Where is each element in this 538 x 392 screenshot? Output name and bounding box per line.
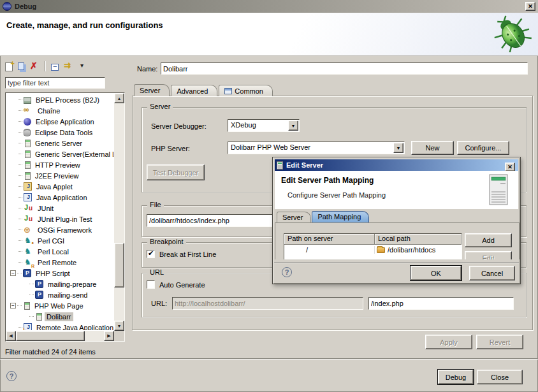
filter-input[interactable] xyxy=(5,77,105,89)
expander-minus-icon[interactable]: − xyxy=(10,303,16,309)
tree-item[interactable]: JUnit Plug-in Test xyxy=(6,214,113,224)
cancel-button[interactable]: Cancel xyxy=(469,266,515,280)
scroll-down-icon[interactable]: ▼ xyxy=(114,321,124,331)
dialog-title-bar[interactable]: Edit Server xyxy=(275,159,518,171)
db-icon xyxy=(24,129,31,136)
edit-mapping-button[interactable]: Edit xyxy=(465,251,512,259)
revert-button[interactable]: Revert xyxy=(476,335,523,349)
url-path-input[interactable] xyxy=(368,297,514,310)
tree-item[interactable]: Remote Java Application xyxy=(6,322,113,330)
tree-item[interactable]: J2EE Preview xyxy=(6,170,113,181)
break-first-line-checkbox[interactable] xyxy=(147,250,155,258)
close-window-icon[interactable] xyxy=(525,2,535,11)
server-debugger-value: XDebug xyxy=(231,121,256,129)
tree-item-label: Perl Remote xyxy=(36,258,78,267)
header-banner: Create, manage, and run configurations xyxy=(0,13,538,56)
tree-item[interactable]: BPEL Process (B2J) xyxy=(6,94,113,105)
dialog-tab-pane: Path on server Local path //dolibarr/htd… xyxy=(275,222,520,259)
path-on-server-header[interactable]: Path on server xyxy=(284,234,375,245)
tree-item[interactable]: Generic Server xyxy=(6,138,113,149)
table-icon xyxy=(224,88,232,94)
collapse-all-icon[interactable] xyxy=(51,64,59,71)
add-mapping-button[interactable]: Add xyxy=(465,233,512,247)
tree-item[interactable]: OSGi Framework xyxy=(6,224,113,235)
tab-server[interactable]: Server xyxy=(277,212,311,222)
filter-status: Filter matched 24 of 24 items xyxy=(5,348,96,356)
chevron-down-icon[interactable] xyxy=(393,143,404,153)
php-server-select[interactable]: Dolibarr PHP Web Server xyxy=(228,142,405,154)
new-config-icon[interactable] xyxy=(5,62,13,71)
tree-item-label: Perl Local xyxy=(36,247,71,256)
tab-advanced[interactable]: Advanced xyxy=(171,85,217,96)
tree-item-label: JUnit Plug-in Test xyxy=(36,215,94,224)
name-input[interactable] xyxy=(161,62,528,75)
dialog-title: Edit Server xyxy=(286,161,323,169)
tab-server[interactable]: Server xyxy=(134,84,170,96)
new-server-button[interactable]: New xyxy=(411,141,454,155)
dialog-tabs: ServerPath Mapping xyxy=(277,211,370,222)
tree-item-label: Remote Java Application xyxy=(34,323,113,331)
apply-button[interactable]: Apply xyxy=(425,335,472,349)
configure-server-button[interactable]: Configure... xyxy=(457,141,509,155)
duplicate-icon[interactable] xyxy=(18,62,24,70)
tree-connector xyxy=(18,164,22,165)
url-label: URL: xyxy=(151,300,167,307)
tree-item[interactable]: Eclipse Data Tools xyxy=(6,127,113,138)
chevron-down-icon[interactable] xyxy=(288,120,298,131)
tree-item[interactable]: JUnit xyxy=(6,203,113,214)
tree-item[interactable]: Perl Remote xyxy=(6,257,113,268)
ok-button[interactable]: OK xyxy=(411,266,462,280)
tree-item[interactable]: Java Application xyxy=(6,192,113,203)
tree-item[interactable]: Perl Local xyxy=(6,246,113,257)
tree-item[interactable]: HTTP Preview xyxy=(6,159,113,170)
junit-plugin-icon xyxy=(24,215,33,223)
delete-icon[interactable] xyxy=(29,61,40,71)
tree-item[interactable]: Java Applet xyxy=(6,181,113,192)
scroll-up-icon[interactable]: ▲ xyxy=(114,93,124,103)
scroll-left-icon[interactable]: ◀ xyxy=(6,331,16,341)
scrollbar-corner xyxy=(114,331,124,341)
close-button[interactable]: Close xyxy=(477,370,523,384)
tree-item[interactable]: mailing-prepare xyxy=(6,279,113,289)
tree-item[interactable]: Dolibarr xyxy=(6,311,113,322)
test-debugger-button[interactable]: Test Debugger xyxy=(147,164,205,180)
tab-common[interactable]: Common xyxy=(219,85,273,96)
tree-vertical-scrollbar[interactable]: ▲ ▼ xyxy=(114,93,124,331)
eclipse-icon xyxy=(24,118,31,126)
auto-generate-checkbox[interactable] xyxy=(147,280,155,289)
tab-path-mapping[interactable]: Path Mapping xyxy=(312,211,369,222)
tab-label: Server xyxy=(282,214,303,221)
dialog-help-icon[interactable] xyxy=(282,267,292,277)
server-debugger-select[interactable]: XDebug xyxy=(228,119,300,132)
dialog-heading: Edit Server Path Mapping xyxy=(281,176,374,185)
debug-button[interactable]: Debug xyxy=(438,370,474,384)
tree-item-label: Chaîne xyxy=(36,106,62,115)
title-bar[interactable]: Debug xyxy=(0,0,538,13)
path-mapping-table: Path on server Local path //dolibarr/htd… xyxy=(284,233,462,259)
local-path-header[interactable]: Local path xyxy=(375,234,462,245)
tree-item[interactable]: Chaîne xyxy=(6,105,113,116)
mapping-row[interactable]: //dolibarr/htdocs xyxy=(284,245,462,255)
tree-item[interactable]: Eclipse Application xyxy=(6,116,113,127)
tree-item[interactable]: Generic Server(External La xyxy=(6,149,113,159)
applet-icon xyxy=(24,182,32,191)
tree-item-label: Eclipse Application xyxy=(34,117,96,126)
scroll-right-icon[interactable]: ▶ xyxy=(104,331,114,341)
tree-item[interactable]: mailing-send xyxy=(6,289,113,300)
vertical-scroll-thumb[interactable] xyxy=(114,243,124,287)
tree-item[interactable]: −PHP Script xyxy=(6,268,113,279)
tree-item[interactable]: −PHP Web Page xyxy=(6,300,113,311)
dialog-close-icon[interactable] xyxy=(505,163,515,171)
help-icon[interactable] xyxy=(6,371,17,381)
tree-item-label: Generic Server xyxy=(33,139,84,148)
horizontal-scroll-thumb[interactable] xyxy=(16,331,85,341)
filter-icon[interactable] xyxy=(64,61,74,71)
tree-item[interactable]: Perl CGI xyxy=(6,235,113,246)
tree-horizontal-scrollbar[interactable]: ◀ ▶ xyxy=(6,331,114,341)
server-tower-image xyxy=(489,174,509,206)
php-server-label: PHP Server: xyxy=(151,145,190,152)
tree-connector xyxy=(18,327,22,328)
tree-item-label: PHP Web Page xyxy=(33,301,85,310)
menu-arrow-icon[interactable] xyxy=(79,61,89,71)
expander-minus-icon[interactable]: − xyxy=(10,270,16,276)
